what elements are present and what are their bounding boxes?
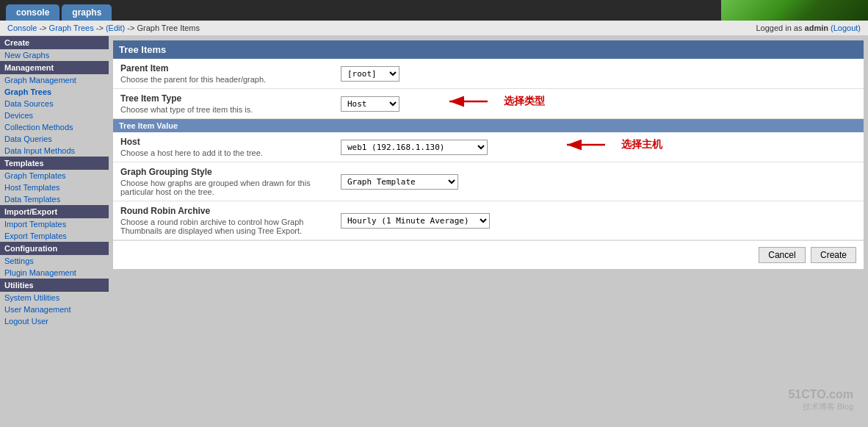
desc-round-robin: Choose a round robin archive to control … bbox=[120, 218, 326, 235]
arrow-type: 选择类型 bbox=[444, 90, 545, 112]
annotation-type-text: 选择类型 bbox=[504, 95, 545, 108]
select-graph-grouping[interactable]: Graph Template Data Query Index bbox=[341, 174, 458, 190]
sidebar-header-utilities: Utilities bbox=[0, 279, 109, 292]
sidebar-item-data-input-methods[interactable]: Data Input Methods bbox=[0, 145, 109, 157]
login-info: Logged in as admin (Logout) bbox=[756, 24, 861, 32]
sidebar-item-devices[interactable]: Devices bbox=[0, 110, 109, 121]
button-row: Cancel Create bbox=[113, 240, 864, 269]
row-parent-item: Parent Item Choose the parent for this h… bbox=[113, 59, 864, 89]
sidebar-item-logout-user[interactable]: Logout User bbox=[0, 315, 109, 327]
sidebar-header-import-export: Import/Export bbox=[0, 205, 109, 218]
breadcrumb-edit[interactable]: (Edit) bbox=[106, 24, 125, 32]
sidebar-header-management: Management bbox=[0, 61, 109, 74]
sidebar-header-create: Create bbox=[0, 36, 109, 49]
sidebar-header-configuration: Configuration bbox=[0, 242, 109, 255]
sidebar-item-data-queries[interactable]: Data Queries bbox=[0, 133, 109, 145]
breadcrumb-bar: Console -> Graph Trees -> (Edit) -> Grap… bbox=[0, 21, 868, 36]
form-section-header: Tree Items bbox=[113, 40, 864, 59]
row-tree-item-type: Tree Item Type Choose what type of tree … bbox=[113, 89, 864, 119]
label-round-robin: Round Robin Archive bbox=[120, 206, 326, 216]
logout-link[interactable]: (Logout) bbox=[831, 24, 861, 32]
select-host[interactable]: web1 (192.168.1.130) bbox=[341, 140, 488, 155]
form-table: Parent Item Choose the parent for this h… bbox=[113, 59, 864, 240]
subsection-row: Tree Item Value bbox=[113, 119, 864, 133]
label-graph-grouping: Graph Grouping Style bbox=[120, 167, 326, 177]
sidebar-item-plugin-management[interactable]: Plugin Management bbox=[0, 267, 109, 279]
arrow-host: 选择主机 bbox=[561, 134, 662, 156]
subsection-label: Tree Item Value bbox=[113, 119, 864, 133]
main-layout: Create New Graphs Management Graph Manag… bbox=[0, 36, 868, 327]
cancel-button[interactable]: Cancel bbox=[759, 247, 805, 263]
annotation-host-text: 选择主机 bbox=[621, 138, 662, 151]
breadcrumb-current: Graph Tree Items bbox=[137, 24, 200, 32]
row-host: Host Choose a host here to add it to the… bbox=[113, 132, 864, 162]
sidebar-item-data-templates[interactable]: Data Templates bbox=[0, 193, 109, 205]
sidebar-item-system-utilities[interactable]: System Utilities bbox=[0, 292, 109, 304]
sidebar: Create New Graphs Management Graph Manag… bbox=[0, 36, 109, 327]
sidebar-item-graph-templates[interactable]: Graph Templates bbox=[0, 170, 109, 182]
content-area: Tree Items Parent Item Choose the parent… bbox=[109, 36, 868, 327]
sidebar-item-import-templates[interactable]: Import Templates bbox=[0, 218, 109, 230]
top-nav: console graphs bbox=[0, 0, 868, 21]
sidebar-item-new-graphs[interactable]: New Graphs bbox=[0, 49, 109, 61]
desc-parent-item: Choose the parent for this header/graph. bbox=[120, 75, 326, 84]
sidebar-item-data-sources[interactable]: Data Sources bbox=[0, 98, 109, 110]
sidebar-header-templates: Templates bbox=[0, 157, 109, 170]
label-host: Host bbox=[120, 137, 326, 147]
logo bbox=[721, 0, 868, 21]
label-parent-item: Parent Item bbox=[120, 63, 326, 73]
arrow-host-svg bbox=[561, 134, 620, 156]
tab-graphs[interactable]: graphs bbox=[62, 4, 112, 21]
desc-graph-grouping: Choose how graphs are grouped when drawn… bbox=[120, 179, 326, 196]
sidebar-item-host-templates[interactable]: Host Templates bbox=[0, 182, 109, 193]
sidebar-item-settings[interactable]: Settings bbox=[0, 255, 109, 267]
tab-console[interactable]: console bbox=[6, 4, 59, 21]
row-graph-grouping: Graph Grouping Style Choose how graphs a… bbox=[113, 162, 864, 201]
sidebar-item-export-templates[interactable]: Export Templates bbox=[0, 230, 109, 242]
form-wrapper: Tree Items Parent Item Choose the parent… bbox=[113, 40, 864, 269]
row-round-robin: Round Robin Archive Choose a round robin… bbox=[113, 201, 864, 240]
sidebar-item-graph-trees[interactable]: Graph Trees bbox=[0, 86, 109, 98]
breadcrumb-graph-trees[interactable]: Graph Trees bbox=[49, 24, 94, 32]
breadcrumb: Console -> Graph Trees -> (Edit) -> Grap… bbox=[7, 24, 200, 32]
breadcrumb-console[interactable]: Console bbox=[7, 24, 37, 32]
desc-host: Choose a host here to add it to the tree… bbox=[120, 148, 326, 157]
sidebar-item-collection-methods[interactable]: Collection Methods bbox=[0, 121, 109, 133]
desc-tree-item-type: Choose what type of tree item this is. bbox=[120, 105, 326, 114]
select-parent-item[interactable]: [root] bbox=[341, 66, 399, 82]
label-tree-item-type: Tree Item Type bbox=[120, 93, 326, 104]
arrow-type-svg bbox=[444, 90, 502, 112]
select-round-robin[interactable]: Hourly (1 Minute Average) Daily (5 Minut… bbox=[341, 213, 490, 229]
sidebar-item-user-management[interactable]: User Management bbox=[0, 304, 109, 315]
sidebar-item-graph-management[interactable]: Graph Management bbox=[0, 74, 109, 86]
create-button[interactable]: Create bbox=[811, 247, 856, 263]
select-tree-item-type[interactable]: Header Graph Host bbox=[341, 96, 399, 112]
